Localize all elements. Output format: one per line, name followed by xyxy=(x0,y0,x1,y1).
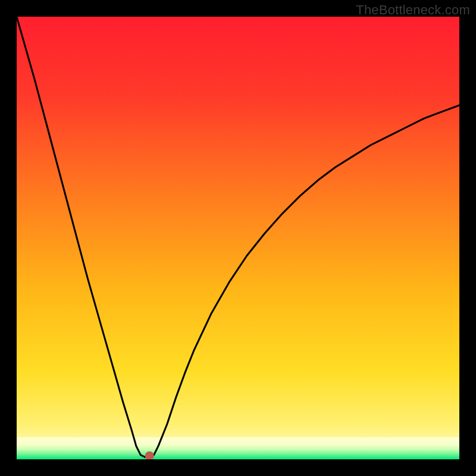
chart-plot-area xyxy=(17,17,459,459)
chart-background-gradient xyxy=(17,17,459,459)
chart-frame: TheBottleneck.com xyxy=(0,0,476,476)
chart-svg xyxy=(17,17,459,459)
chart-bottom-band xyxy=(17,437,459,459)
watermark-text: TheBottleneck.com xyxy=(356,2,470,18)
